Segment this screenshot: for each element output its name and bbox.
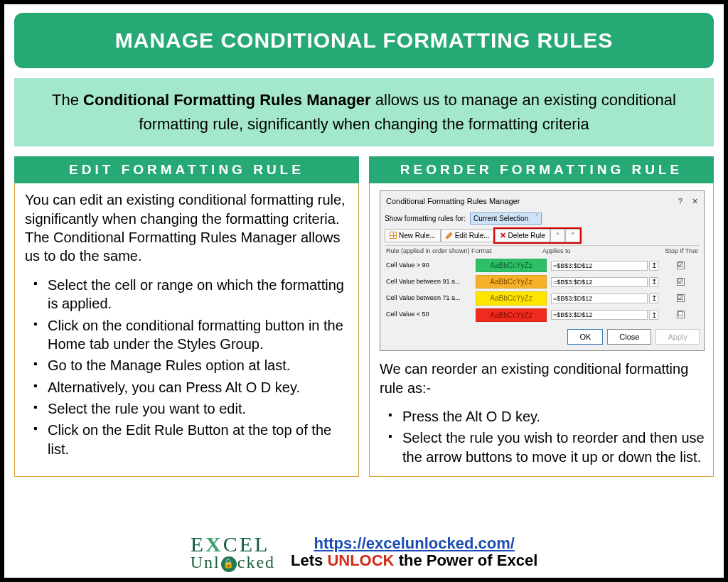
applies-to: ↥	[551, 261, 658, 271]
edit-rule-body: You can edit an existing conditional for…	[14, 183, 359, 477]
list-item: Click on the conditional formatting butt…	[31, 316, 350, 354]
list-item: Press the Alt O D key.	[385, 407, 705, 426]
list-item: Select the rule you wish to reorder and …	[385, 429, 705, 466]
applies-to: ↥	[551, 293, 658, 303]
checkbox-icon: ☑	[677, 294, 685, 302]
format-preview: AaBbCcYyZz	[476, 291, 547, 305]
page-footer: EXCEL Unl🔒cked https://excelunlocked.com…	[4, 534, 724, 571]
checkbox-icon: ☑	[677, 278, 685, 286]
intro-box: The Conditional Formatting Rules Manager…	[14, 78, 714, 146]
format-preview: AaBbCcYyZz	[476, 308, 547, 322]
move-down-button[interactable]: ˅	[565, 229, 580, 242]
tag-post: the Power of Excel	[395, 551, 538, 569]
logo-unl: Unl	[191, 554, 220, 571]
rule-text: Cell Value > 90	[386, 262, 471, 270]
show-rules-row: Show formatting rules for: Current Selec…	[385, 211, 700, 229]
footer-text: https://excelunlocked.com/ Lets UNLOCK t…	[291, 534, 537, 570]
close-icon[interactable]: ✕	[692, 197, 698, 205]
new-rule-button[interactable]: New Rule...	[385, 229, 441, 242]
excel-unlocked-logo: EXCEL Unl🔒cked	[191, 534, 275, 571]
logo-cked: cked	[237, 554, 275, 571]
range-picker-icon[interactable]: ↥	[649, 261, 658, 271]
format-preview: AaBbCcYyZz	[476, 259, 547, 272]
range-picker-icon[interactable]: ↥	[649, 277, 658, 287]
list-item: Click on the Edit Rule Button at the top…	[31, 421, 350, 458]
stop-if-true[interactable]: ☑	[663, 262, 698, 270]
page-title-banner: MANAGE CONDITIONAL FORMATTING RULES	[14, 13, 714, 68]
site-link[interactable]: https://excelunlocked.com/	[314, 534, 514, 552]
edit-rule-para: You can edit an existing conditional for…	[25, 190, 350, 266]
col-stop: Stop If True	[663, 247, 698, 256]
applies-input[interactable]	[551, 261, 648, 271]
edit-rule-button[interactable]: Edit Rule...	[441, 229, 495, 242]
dialog-titlebar: Conditional Formatting Rules Manager ? ✕	[385, 195, 700, 211]
help-icon[interactable]: ?	[678, 197, 682, 205]
col-applies: Applies to	[542, 247, 663, 256]
show-rules-select[interactable]: Current Selection	[470, 212, 542, 225]
checkbox-icon: ☑	[677, 262, 685, 269]
tag-pre: Lets	[291, 551, 327, 569]
grid-icon	[390, 232, 397, 239]
range-picker-icon[interactable]: ↥	[649, 293, 658, 303]
tagline: Lets UNLOCK the Power of Excel	[291, 551, 537, 570]
applies-to: ↥	[551, 277, 658, 287]
format-preview: AaBbCcYyZz	[476, 275, 547, 289]
stop-if-true[interactable]: ☑	[663, 294, 698, 303]
col-rule: Rule (applied in order shown)	[386, 247, 471, 256]
tag-unlock: UNLOCK	[327, 551, 394, 569]
page-title: MANAGE CONDITIONAL FORMATTING RULES	[115, 28, 614, 52]
rules-header-row: Rule (applied in order shown) Format App…	[385, 245, 700, 257]
reorder-rule-heading: REORDER FORMATTING RULE	[369, 156, 714, 183]
apply-button[interactable]: Apply	[655, 329, 700, 345]
logo-letter-x: X	[205, 532, 223, 556]
x-icon: ✕	[500, 232, 506, 239]
show-rules-label: Show formatting rules for:	[385, 214, 466, 223]
logo-letters: CEL	[223, 532, 270, 556]
applies-input[interactable]	[551, 310, 648, 320]
logo-letter: E	[191, 532, 205, 556]
reorder-rule-body: Conditional Formatting Rules Manager ? ✕…	[369, 183, 714, 477]
intro-prefix: The	[52, 91, 83, 109]
rule-row[interactable]: Cell Value > 90 AaBbCcYyZz ↥ ☑	[385, 257, 700, 274]
rule-row[interactable]: Cell Value < 50 AaBbCcYyZz ↥ ☐	[385, 307, 700, 323]
ok-button[interactable]: OK	[567, 329, 603, 345]
reorder-list: Press the Alt O D key. Select the rule y…	[380, 407, 705, 466]
list-item: Go to the Manage Rules option at last.	[31, 356, 350, 374]
lock-icon: 🔒	[221, 556, 237, 572]
rule-text: Cell Value between 91 a...	[386, 278, 471, 286]
stop-if-true[interactable]: ☑	[663, 278, 698, 286]
col-format: Format	[471, 247, 542, 256]
move-up-button[interactable]: ˄	[550, 229, 565, 242]
applies-input[interactable]	[551, 293, 648, 303]
cf-rules-dialog: Conditional Formatting Rules Manager ? ✕…	[380, 190, 705, 351]
columns: EDIT FORMATTING RULE You can edit an exi…	[14, 156, 714, 477]
dialog-title: Conditional Formatting Rules Manager	[386, 196, 520, 207]
edit-rule-label: Edit Rule...	[455, 231, 490, 240]
edit-rule-column: EDIT FORMATTING RULE You can edit an exi…	[14, 156, 359, 477]
delete-rule-label: Delete Rule	[508, 231, 545, 240]
reorder-rule-column: REORDER FORMATTING RULE Conditional Form…	[369, 156, 714, 477]
dialog-toolbar: New Rule... Edit Rule... ✕Delete Rule ˄ …	[385, 229, 700, 242]
page: MANAGE CONDITIONAL FORMATTING RULES The …	[0, 0, 728, 582]
checkbox-icon: ☐	[677, 311, 685, 318]
reorder-para: We can reorder an existing conditional f…	[380, 360, 705, 397]
range-picker-icon[interactable]: ↥	[649, 310, 658, 320]
applies-to: ↥	[551, 310, 658, 320]
delete-rule-button[interactable]: ✕Delete Rule	[495, 229, 550, 242]
list-item: Alternatively, you can Press Alt O D key…	[31, 378, 350, 397]
rule-row[interactable]: Cell Value between 71 a... AaBbCcYyZz ↥ …	[385, 290, 700, 306]
applies-input[interactable]	[551, 277, 648, 287]
edit-rule-list: Select the cell or range on which the fo…	[25, 276, 350, 459]
rule-text: Cell Value between 71 a...	[386, 294, 471, 303]
new-rule-label: New Rule...	[399, 231, 436, 240]
edit-rule-heading: EDIT FORMATTING RULE	[14, 156, 359, 183]
dialog-footer: OK Close Apply	[385, 329, 700, 345]
rule-text: Cell Value < 50	[386, 311, 471, 319]
close-button[interactable]: Close	[607, 329, 651, 345]
stop-if-true[interactable]: ☐	[663, 311, 698, 319]
delete-and-arrows-highlight: ✕Delete Rule ˄ ˅	[495, 229, 580, 242]
rule-row[interactable]: Cell Value between 91 a... AaBbCcYyZz ↥ …	[385, 274, 700, 290]
list-item: Select the cell or range on which the fo…	[31, 276, 350, 313]
edit-icon	[446, 232, 453, 239]
list-item: Select the rule you want to edit.	[31, 399, 350, 418]
